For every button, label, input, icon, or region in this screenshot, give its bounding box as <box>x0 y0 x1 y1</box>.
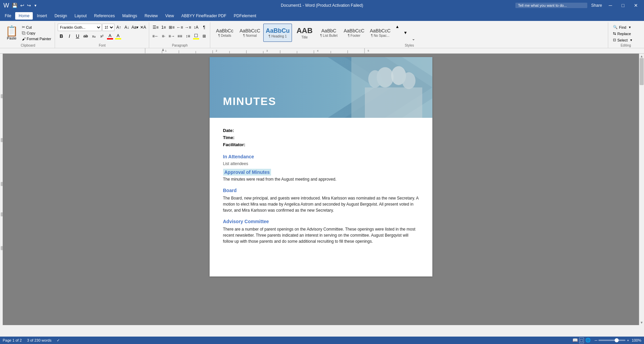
highlight-color-button[interactable]: A <box>114 33 122 40</box>
web-layout-button[interactable]: 🌐 <box>585 338 591 343</box>
menu-insert[interactable]: Insert <box>33 12 50 20</box>
attendees-list[interactable]: List attendees <box>223 161 419 166</box>
subscript-button[interactable]: x₂ <box>90 32 98 40</box>
advisory-text[interactable]: There are a number of parent openings on… <box>223 226 419 244</box>
style-heading1[interactable]: AaBbCu ¶ Heading 1 <box>263 24 292 42</box>
sort-button[interactable]: ↕A <box>192 24 200 31</box>
decrease-indent-button[interactable]: ←≡ <box>176 24 184 31</box>
font-size-select[interactable]: 15 <box>102 24 114 31</box>
svg-text:5: 5 <box>368 49 369 52</box>
cut-button[interactable]: ✂ Cut <box>21 24 53 30</box>
show-formatting-button[interactable]: ¶ <box>200 24 208 31</box>
style-footer[interactable]: AaBbCcC ¶ Footer <box>341 24 367 42</box>
menu-design[interactable]: Design <box>51 12 70 20</box>
approval-heading[interactable]: Approval of Minutes <box>224 169 270 175</box>
menu-review[interactable]: Review <box>141 12 161 20</box>
find-dropdown-icon[interactable]: ▼ <box>628 26 631 29</box>
scroll-down-button[interactable]: ▼ <box>640 321 643 324</box>
menu-abbyy[interactable]: ABBYY FineReader PDF <box>178 12 230 20</box>
style-normal[interactable]: AaBbCcC ¶ Normal <box>237 24 263 42</box>
copy-button[interactable]: ⿻ Copy <box>21 30 53 36</box>
document-content[interactable]: Date: Time: Facilitator: In Attendance L… <box>210 118 432 258</box>
save-icon[interactable]: 💾 <box>12 3 18 8</box>
board-text[interactable]: The Board, new principal, and guests wer… <box>223 195 419 213</box>
paste-button[interactable]: 📋 Paste <box>3 25 20 41</box>
menu-layout[interactable]: Layout <box>71 12 90 20</box>
italic-button[interactable]: I <box>66 32 73 40</box>
style-details[interactable]: AaBbCc ¶ Details <box>213 24 237 42</box>
word-icon: W <box>3 2 9 9</box>
restore-button[interactable]: □ <box>619 2 627 9</box>
customize-icon[interactable]: ▼ <box>34 4 37 7</box>
shrink-font-button[interactable]: A↓ <box>123 24 131 31</box>
replace-button[interactable]: ⇆ Replace <box>611 31 635 36</box>
align-right-button[interactable]: ≡→ <box>168 32 176 40</box>
bold-button[interactable]: B <box>58 32 65 40</box>
clear-formatting-button[interactable]: ✕A <box>139 24 147 31</box>
paragraph-label: Paragraph <box>152 43 208 48</box>
increase-indent-button[interactable]: →≡ <box>184 24 192 31</box>
font-family-select[interactable]: Franklin Goth... <box>58 24 102 31</box>
read-mode-button[interactable]: 📖 <box>572 338 578 343</box>
zoom-in-button[interactable]: + <box>627 338 629 342</box>
scroll-up-button[interactable]: ▲ <box>640 54 643 58</box>
line-spacing-button[interactable]: ↕≡ <box>184 32 192 40</box>
style-no-space[interactable]: AaBbCcC ¶ No Spac... <box>368 24 393 42</box>
styles-expand[interactable]: ⌄ <box>410 35 417 43</box>
menu-mailings[interactable]: Mailings <box>119 12 140 20</box>
borders-button[interactable]: ⊞ <box>200 32 208 40</box>
document-meta: Date: Time: Facilitator: <box>223 128 419 147</box>
zoom-out-button[interactable]: ─ <box>595 338 597 342</box>
undo-icon[interactable]: ↩ <box>20 3 24 8</box>
numbering-button[interactable]: 1≡ <box>160 24 167 31</box>
format-painter-button[interactable]: 🖌 Format Painter <box>21 36 53 42</box>
paste-label: Paste <box>7 36 16 40</box>
menu-file[interactable]: File <box>1 12 15 20</box>
print-layout-button[interactable]: □ <box>579 338 584 343</box>
bullets-button[interactable]: ☰≡ <box>152 24 159 31</box>
grow-font-button[interactable]: A↑ <box>115 24 123 31</box>
redo-icon[interactable]: ↪ <box>27 3 31 8</box>
advisory-heading[interactable]: Advisory Committee <box>223 219 419 224</box>
justify-button[interactable]: ≡≡ <box>176 32 184 40</box>
shading-button[interactable]: ☐ <box>192 33 200 40</box>
menu-references[interactable]: References <box>91 12 118 20</box>
title-bar: W 💾 ↩ ↪ ▼ Document1 - Word (Product Acti… <box>0 0 644 11</box>
menu-home[interactable]: Home <box>15 12 33 20</box>
style-title[interactable]: AAB Title <box>293 24 316 42</box>
close-button[interactable]: ✕ <box>631 2 641 9</box>
multilevel-list-button[interactable]: ⊞≡ <box>168 24 176 31</box>
menu-pdfelement[interactable]: PDFelement <box>230 12 260 20</box>
select-dropdown-icon[interactable]: ▼ <box>630 38 633 42</box>
select-button[interactable]: ⊡ Select ▼ <box>611 37 635 43</box>
find-button[interactable]: 🔍 Find ▼ <box>611 24 635 30</box>
styles-scroll-down[interactable]: ▼ <box>402 29 409 36</box>
board-heading[interactable]: Board <box>223 188 419 193</box>
approval-text[interactable]: The minutes were read from the August me… <box>223 176 419 182</box>
menu-view[interactable]: View <box>162 12 178 20</box>
status-right: 📖 □ 🌐 ─ + 100% <box>572 338 641 343</box>
board-section: Board The Board, new principal, and gues… <box>223 188 419 213</box>
left-margin <box>0 54 3 325</box>
search-box[interactable]: Tell me what you want to do... <box>515 3 587 8</box>
share-button[interactable]: Share <box>591 3 602 8</box>
page-info: Page 1 of 2 <box>3 338 22 342</box>
style-list-bullet[interactable]: AaBbC ¶ List Bullet <box>317 24 341 42</box>
minimize-button[interactable]: ─ <box>606 2 615 9</box>
change-case-button[interactable]: Aa▾ <box>131 24 139 31</box>
align-center-button[interactable]: ≡· <box>160 32 167 40</box>
font-color-button[interactable]: A <box>106 33 114 40</box>
align-left-button[interactable]: ≡← <box>152 32 159 40</box>
paste-icon: 📋 <box>5 26 18 36</box>
view-buttons: 📖 □ 🌐 <box>572 338 591 343</box>
underline-button[interactable]: U <box>74 32 81 40</box>
strikethrough-button[interactable]: ab <box>82 32 89 40</box>
zoom-thumb[interactable] <box>615 338 619 342</box>
vertical-scrollbar[interactable]: ▲ ▼ <box>639 54 644 325</box>
zoom-slider[interactable] <box>598 340 625 341</box>
ribbon: 📋 Paste ✂ Cut ⿻ Copy 🖌 Format Painter <box>0 21 644 48</box>
scroll-thumb[interactable] <box>640 58 644 85</box>
styles-scroll-up[interactable]: ▲ <box>394 23 401 30</box>
document-page[interactable]: MINUTES Date: Time: Facilitator: In Atte… <box>210 57 432 276</box>
superscript-button[interactable]: x² <box>98 32 106 40</box>
